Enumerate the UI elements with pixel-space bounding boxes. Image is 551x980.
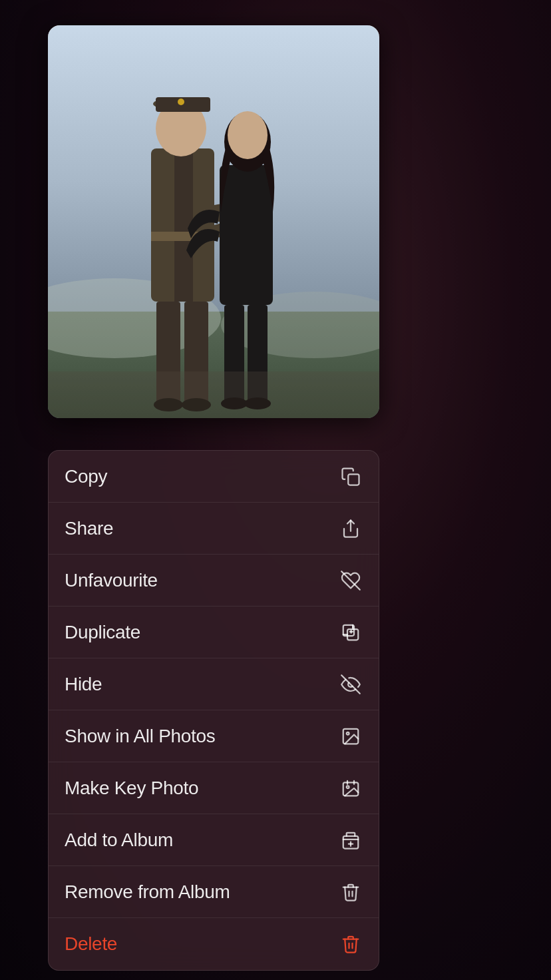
share-icon xyxy=(339,517,363,541)
eye-off-icon xyxy=(339,672,363,696)
menu-item-delete[interactable]: Delete xyxy=(49,918,379,970)
menu-item-show-all-photos[interactable]: Show in All Photos xyxy=(49,710,379,762)
photo-frame-icon xyxy=(339,724,363,748)
menu-item-hide[interactable]: Hide xyxy=(49,658,379,710)
svg-rect-36 xyxy=(343,782,359,796)
trash-icon xyxy=(339,880,363,904)
menu-item-duplicate[interactable]: Duplicate xyxy=(49,607,379,658)
svg-point-17 xyxy=(228,111,268,159)
menu-item-share[interactable]: Share xyxy=(49,503,379,555)
menu-item-copy[interactable]: Copy xyxy=(49,451,379,503)
svg-point-35 xyxy=(347,732,349,734)
svg-rect-26 xyxy=(347,629,358,640)
menu-item-make-key-photo[interactable]: Make Key Photo xyxy=(49,762,379,814)
trash-red-icon xyxy=(339,932,363,956)
menu-item-remove-from-album[interactable]: Remove from Album xyxy=(49,866,379,918)
svg-rect-22 xyxy=(48,371,379,418)
svg-point-37 xyxy=(347,786,349,788)
context-menu: Copy Share Unfavourite xyxy=(48,450,379,971)
add-album-icon xyxy=(339,828,363,852)
heart-off-icon xyxy=(339,569,363,593)
menu-item-unfavourite[interactable]: Unfavourite xyxy=(49,555,379,607)
svg-rect-15 xyxy=(220,165,273,305)
svg-point-14 xyxy=(178,99,184,105)
photo-preview xyxy=(48,25,379,418)
photo-icon xyxy=(339,776,363,800)
photo-image xyxy=(48,25,379,418)
copy-icon xyxy=(339,465,363,489)
svg-rect-23 xyxy=(348,474,359,485)
menu-item-add-to-album[interactable]: Add to Album xyxy=(49,814,379,866)
duplicate-icon xyxy=(339,620,363,644)
content-wrapper: Copy Share Unfavourite xyxy=(0,0,551,971)
